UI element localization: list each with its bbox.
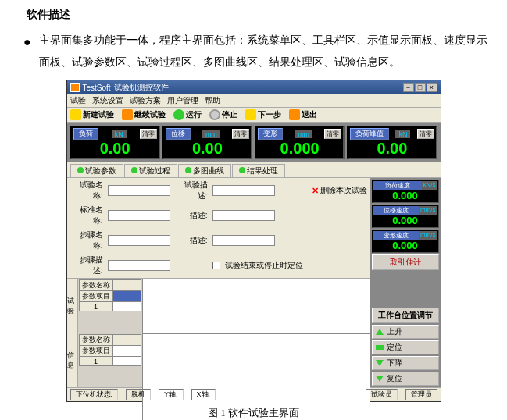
new-test-button[interactable]: 新建试验 bbox=[70, 109, 114, 120]
speed-value: 0.000 bbox=[373, 240, 437, 251]
tabstrip: 试验参数 试验过程 多图曲线 结果处理 bbox=[67, 162, 441, 178]
reading-unit: mm bbox=[202, 130, 220, 138]
position-title: 工作台位置调节 bbox=[372, 308, 439, 323]
clear-button[interactable]: 清零 bbox=[232, 129, 249, 139]
tab-icon bbox=[131, 167, 137, 173]
speed-load: 负荷速度kN/s 0.000 bbox=[372, 180, 439, 203]
menu-user[interactable]: 用户管理 bbox=[167, 95, 198, 106]
menu-plan[interactable]: 试验方案 bbox=[130, 95, 161, 106]
label-desc: 描述: bbox=[175, 210, 208, 221]
reading-value: 0.000 bbox=[258, 140, 341, 157]
input-standard[interactable] bbox=[108, 210, 170, 221]
down-button[interactable]: 下降 bbox=[372, 356, 439, 370]
status-y: Y轴: bbox=[159, 389, 184, 400]
clear-button[interactable]: 清零 bbox=[324, 129, 341, 139]
speed-label: 变形速度 bbox=[373, 231, 419, 240]
run-icon bbox=[173, 109, 184, 120]
menu-test[interactable]: 试验 bbox=[70, 95, 86, 106]
input-test-desc[interactable] bbox=[212, 185, 275, 196]
speed-unit: mm/s bbox=[419, 206, 437, 215]
speed-unit: mm/s bbox=[419, 231, 437, 240]
clear-button[interactable]: 清零 bbox=[417, 129, 434, 139]
tab-icon bbox=[77, 167, 84, 173]
clear-button[interactable]: 清零 bbox=[140, 129, 157, 139]
input-test-name[interactable] bbox=[108, 185, 170, 196]
next-button[interactable]: 下一步 bbox=[245, 109, 281, 120]
menu-system[interactable]: 系统设置 bbox=[92, 95, 123, 106]
row-num: 1 bbox=[79, 302, 112, 311]
app-icon bbox=[70, 83, 80, 92]
tab-icon bbox=[185, 167, 191, 173]
tab-results[interactable]: 结果处理 bbox=[232, 164, 285, 177]
position-checkbox[interactable] bbox=[212, 262, 220, 269]
exit-icon bbox=[289, 109, 300, 120]
extensometer-button[interactable]: 取引伸计 bbox=[372, 254, 439, 270]
stop-icon bbox=[209, 109, 220, 120]
tab-params[interactable]: 试验参数 bbox=[70, 164, 123, 177]
toolbar: 新建试验 继续试验 运行 停止 下一步 退出 bbox=[67, 108, 441, 123]
maximize-button[interactable]: □ bbox=[415, 83, 426, 92]
run-button[interactable]: 运行 bbox=[173, 109, 202, 120]
table-cell-selected[interactable] bbox=[112, 291, 141, 302]
minimize-button[interactable]: − bbox=[403, 83, 414, 92]
bullet-text-1: 主界面集多功能于一体，程序主界面包括：系统菜单区、工具栏区、示值显示面板、速度显… bbox=[39, 30, 491, 73]
reading-label: 负荷峰值 bbox=[350, 128, 389, 140]
input-step-desc[interactable] bbox=[108, 260, 170, 271]
tab-curves[interactable]: 多图曲线 bbox=[178, 164, 231, 177]
reading-peak: 负荷峰值 kN 清零 0.00 bbox=[347, 126, 437, 159]
tab-process[interactable]: 试验过程 bbox=[124, 164, 177, 177]
new-icon bbox=[70, 109, 81, 120]
param-table-bot: 参数名称 参数项目 1 bbox=[79, 334, 141, 366]
row-num: 1 bbox=[79, 357, 112, 366]
down-icon bbox=[376, 360, 384, 366]
stop-button[interactable]: 停止 bbox=[209, 109, 237, 120]
position-button[interactable]: 定位 bbox=[372, 340, 439, 354]
delete-test-button[interactable]: ✕删除本次试验 bbox=[312, 185, 367, 196]
reading-unit: kN bbox=[112, 130, 127, 138]
table-cell[interactable] bbox=[112, 346, 141, 357]
tab-icon bbox=[239, 167, 245, 173]
title-brand: TestSoft bbox=[83, 84, 111, 92]
next-icon bbox=[245, 109, 256, 120]
label-test-name: 试验名称: bbox=[70, 180, 103, 201]
input-desc2[interactable] bbox=[212, 235, 275, 246]
reading-load: 负荷 kN 清零 0.00 bbox=[70, 126, 160, 159]
reading-label: 负荷 bbox=[73, 128, 98, 140]
input-step-name[interactable] bbox=[108, 235, 170, 246]
label-step-name: 步骤名称: bbox=[70, 230, 103, 251]
up-icon bbox=[376, 329, 384, 335]
col-param-name: 参数名称 bbox=[79, 335, 112, 346]
speed-value: 0.000 bbox=[373, 215, 437, 226]
col-param-item: 参数项目 bbox=[79, 291, 112, 302]
menu-help[interactable]: 帮助 bbox=[205, 95, 220, 106]
status-x: X轴: bbox=[191, 389, 216, 400]
title-text: 试验机测控软件 bbox=[114, 82, 169, 93]
app-window: TestSoft 试验机测控软件 − □ × 试验 系统设置 试验方案 用户管理… bbox=[66, 80, 441, 402]
continue-test-button[interactable]: 继续试验 bbox=[122, 109, 166, 120]
reading-value: 0.00 bbox=[350, 140, 434, 157]
close-button[interactable]: × bbox=[427, 83, 437, 92]
status-conn-value: 脱机 bbox=[126, 389, 151, 400]
status-conn-label: 下位机状态: bbox=[70, 389, 119, 400]
speed-label: 负荷速度 bbox=[373, 181, 422, 190]
input-desc[interactable] bbox=[212, 210, 275, 221]
statusbar: 下位机状态: 脱机 Y轴: X轴: 试验员 管理员 bbox=[67, 387, 441, 401]
menubar: 试验 系统设置 试验方案 用户管理 帮助 bbox=[67, 94, 441, 108]
reading-displacement: 位移 mm 清零 0.00 bbox=[162, 126, 252, 159]
continue-icon bbox=[122, 109, 133, 120]
reading-unit: mm bbox=[295, 130, 312, 138]
reset-button[interactable]: 复位 bbox=[372, 372, 439, 386]
reading-value: 0.00 bbox=[73, 140, 157, 157]
reading-label: 位移 bbox=[166, 128, 191, 140]
table-cell[interactable] bbox=[112, 357, 141, 366]
reading-unit: kN bbox=[395, 130, 410, 138]
col-param-item: 参数项目 bbox=[79, 346, 112, 357]
up-button[interactable]: 上升 bbox=[372, 325, 439, 339]
table-cell[interactable] bbox=[112, 302, 141, 311]
side-label-bot: 信息 bbox=[67, 333, 78, 387]
speed-label: 位移速度 bbox=[373, 206, 419, 215]
titlebar: TestSoft 试验机测控软件 − □ × bbox=[67, 80, 441, 94]
delete-icon: ✕ bbox=[312, 186, 319, 196]
exit-button[interactable]: 退出 bbox=[289, 109, 317, 120]
reading-label: 变形 bbox=[258, 128, 283, 140]
